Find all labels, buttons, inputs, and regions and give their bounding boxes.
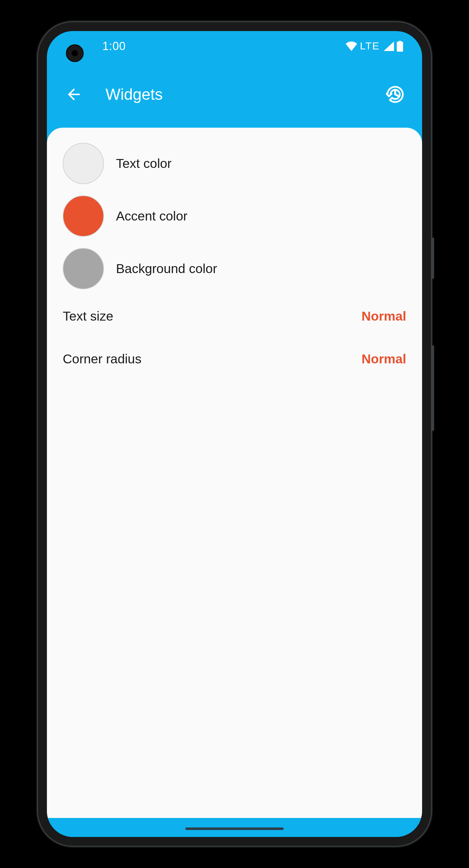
status-time: 1:00: [102, 40, 126, 53]
text-size-value: Normal: [361, 309, 406, 324]
corner-radius-label: Corner radius: [63, 352, 141, 367]
background-color-row[interactable]: Background color: [47, 242, 422, 295]
wifi-icon: [345, 41, 357, 51]
back-button[interactable]: [63, 83, 85, 105]
phone-screen: 1:00 LTE Widgets: [47, 31, 422, 837]
background-color-swatch[interactable]: [63, 248, 104, 289]
accent-color-label: Accent color: [116, 209, 187, 224]
phone-frame: 1:00 LTE Widgets: [38, 22, 431, 846]
phone-volume-button: [432, 345, 434, 431]
battery-icon: [397, 41, 403, 52]
arrow-back-icon: [65, 86, 83, 103]
accent-color-row[interactable]: Accent color: [47, 190, 422, 242]
text-size-label: Text size: [63, 309, 113, 324]
content-area: Text color Accent color Background color…: [47, 128, 422, 818]
page-title: Widgets: [106, 85, 384, 103]
corner-radius-value: Normal: [361, 352, 406, 367]
phone-power-button: [432, 238, 434, 279]
text-color-swatch[interactable]: [63, 143, 104, 184]
background-color-label: Background color: [116, 261, 217, 276]
status-bar: 1:00 LTE: [47, 31, 422, 61]
status-icons: LTE: [345, 40, 403, 52]
app-bar: Widgets: [47, 61, 422, 128]
signal-icon: [383, 41, 394, 51]
text-size-row[interactable]: Text size Normal: [47, 295, 422, 338]
history-icon: [386, 85, 404, 103]
corner-radius-row[interactable]: Corner radius Normal: [47, 338, 422, 380]
text-color-row[interactable]: Text color: [47, 137, 422, 190]
history-button[interactable]: [384, 83, 406, 105]
network-label: LTE: [360, 40, 380, 52]
text-color-label: Text color: [116, 156, 171, 171]
camera-cutout: [66, 44, 84, 62]
accent-color-swatch[interactable]: [63, 195, 104, 237]
nav-handle[interactable]: [185, 828, 284, 830]
